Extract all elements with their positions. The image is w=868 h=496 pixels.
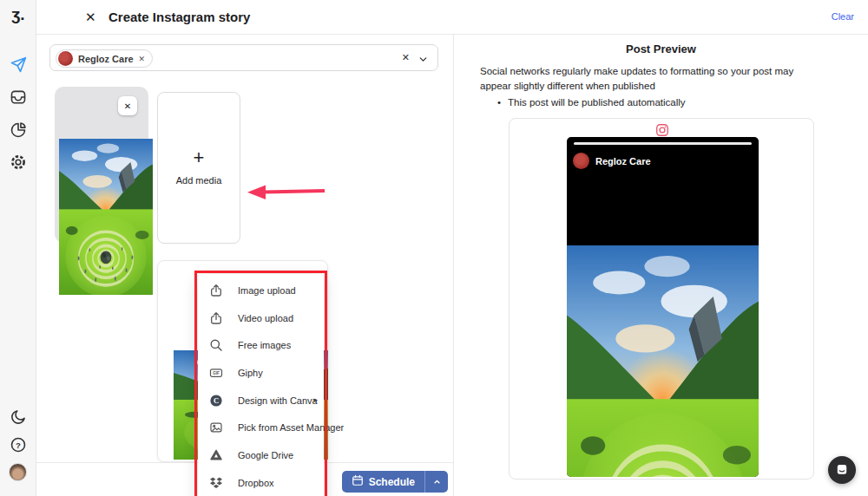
uploaded-image — [59, 139, 153, 295]
menu-item-label: Google Drive — [238, 450, 293, 460]
canva-icon: C — [209, 394, 223, 408]
remove-account-icon[interactable]: ✕ — [139, 55, 146, 63]
preview-bullet: This post will be published automaticall… — [497, 97, 686, 108]
canva-glyph: C — [214, 396, 219, 405]
dropbox-icon — [209, 476, 223, 490]
story-account-name: Regloz Care — [595, 156, 651, 166]
add-media-label: Add media — [158, 175, 240, 186]
menu-item-label: Image upload — [238, 285, 296, 296]
selected-account-pill[interactable]: Regloz Care ✕ — [56, 49, 153, 68]
chat-widget-button[interactable] — [828, 456, 856, 484]
story-phone-mockup: Regloz Care — [567, 137, 759, 477]
remove-media-button[interactable]: ✕ — [118, 96, 137, 115]
schedule-button[interactable]: Schedule — [342, 471, 448, 493]
annotation-arrow — [245, 180, 332, 203]
dark-mode-moon-icon[interactable] — [10, 408, 27, 426]
menu-item-asset-manager[interactable]: Pick from Asset Manager — [198, 414, 324, 441]
add-media-button[interactable]: + Add media — [157, 92, 240, 244]
story-account-avatar — [573, 153, 589, 169]
buffer-logo-icon: ʒ. — [0, 5, 36, 24]
asset-manager-icon — [209, 421, 223, 434]
story-progress-bar — [574, 142, 752, 145]
post-preview-title: Post Preview — [454, 42, 868, 55]
settings-gear-icon[interactable] — [10, 153, 27, 171]
submenu-arrow-icon: ▸ — [313, 395, 318, 404]
chat-icon — [835, 463, 849, 477]
engage-inbox-icon[interactable] — [10, 88, 27, 106]
giphy-icon: GIF — [209, 366, 223, 380]
video-upload-icon — [209, 311, 223, 325]
menu-item-canva[interactable]: C Design with Canva ▸ — [198, 387, 324, 414]
compose-panel: Regloz Care ✕ ✕ ✕ — [36, 35, 453, 462]
clear-selection-icon[interactable]: ✕ — [402, 52, 410, 63]
google-drive-icon — [209, 448, 223, 462]
preview-card: Regloz Care — [509, 118, 814, 480]
menu-item-google-drive[interactable]: Google Drive — [198, 441, 324, 469]
media-thumbnail[interactable]: ✕ — [55, 87, 148, 243]
gif-glyph: GIF — [213, 371, 220, 375]
menu-item-label: Giphy — [238, 368, 263, 378]
account-name: Regloz Care — [78, 54, 134, 64]
analytics-pie-icon[interactable] — [10, 121, 27, 139]
instagram-icon — [655, 123, 669, 137]
search-icon — [209, 338, 223, 352]
page-title: Create Instagram story — [108, 10, 250, 24]
modal-header: ✕ Create Instagram story Clear — [36, 0, 868, 35]
publish-icon[interactable] — [10, 56, 27, 74]
app-sidebar: ʒ. ? — [0, 0, 36, 496]
menu-item-label: Video upload — [238, 313, 293, 323]
menu-item-label: Free images — [238, 340, 291, 350]
menu-item-free-images[interactable]: Free images — [198, 331, 324, 359]
remove-media-icon: ✕ — [124, 101, 131, 111]
menu-item-video-upload[interactable]: Video upload — [198, 304, 324, 332]
channel-selector[interactable]: Regloz Care ✕ ✕ — [49, 44, 438, 71]
story-preview-image — [567, 245, 759, 477]
menu-item-label: Dropbox — [238, 478, 274, 488]
post-preview-panel: Post Preview Social networks regularly m… — [453, 35, 868, 496]
menu-item-image-upload[interactable]: Image upload — [198, 277, 324, 304]
close-icon[interactable]: ✕ — [85, 10, 96, 25]
chevron-up-icon[interactable] — [425, 471, 448, 493]
user-avatar[interactable] — [9, 463, 27, 481]
menu-item-giphy[interactable]: GIF Giphy — [198, 359, 324, 387]
menu-item-label: Design with Canva — [238, 395, 318, 406]
help-icon[interactable]: ? — [10, 436, 27, 454]
preview-disclaimer: Social networks regularly make updates t… — [480, 64, 820, 93]
help-glyph: ? — [16, 441, 21, 450]
plus-icon: + — [158, 147, 240, 169]
schedule-label: Schedule — [369, 476, 415, 488]
calendar-icon — [352, 474, 364, 489]
menu-item-label: Pick from Asset Manager — [238, 422, 344, 433]
account-avatar — [58, 51, 73, 66]
add-media-menu: Image upload Video upload Free images GI… — [198, 274, 324, 496]
chevron-down-icon[interactable] — [418, 53, 429, 69]
app-window: ʒ. ? ✕ Create Instagram story Clear — [0, 0, 868, 496]
menu-item-dropbox[interactable]: Dropbox — [198, 469, 324, 496]
clear-link[interactable]: Clear — [832, 11, 854, 22]
image-upload-icon — [209, 284, 223, 297]
